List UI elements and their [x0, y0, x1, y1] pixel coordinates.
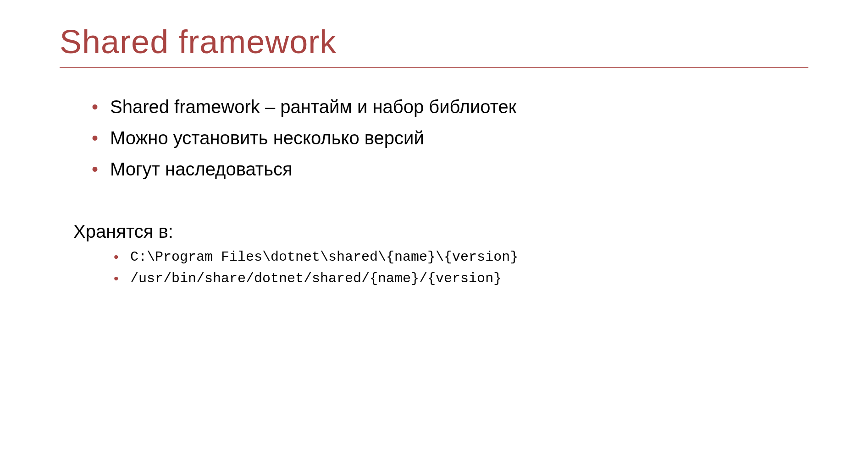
sub-bullet-item: /usr/bin/share/dotnet/shared/{name}/{ver… — [114, 268, 808, 290]
slide-container: Shared framework Shared framework – рант… — [0, 0, 868, 449]
main-bullet-list: Shared framework – рантайм и набор библи… — [73, 91, 808, 185]
bullet-item: Могут наследоваться — [92, 153, 808, 185]
slide-content: Shared framework – рантайм и набор библи… — [60, 91, 808, 289]
bullet-item: Можно установить несколько версий — [92, 122, 808, 153]
title-divider — [60, 67, 808, 68]
slide-title: Shared framework — [60, 23, 808, 67]
sub-bullet-item: C:\Program Files\dotnet\shared\{name}\{v… — [114, 246, 808, 268]
sub-bullet-list: C:\Program Files\dotnet\shared\{name}\{v… — [73, 246, 808, 289]
bullet-item: Shared framework – рантайм и набор библи… — [92, 91, 808, 122]
storage-subheading: Хранятся в: — [73, 221, 808, 242]
